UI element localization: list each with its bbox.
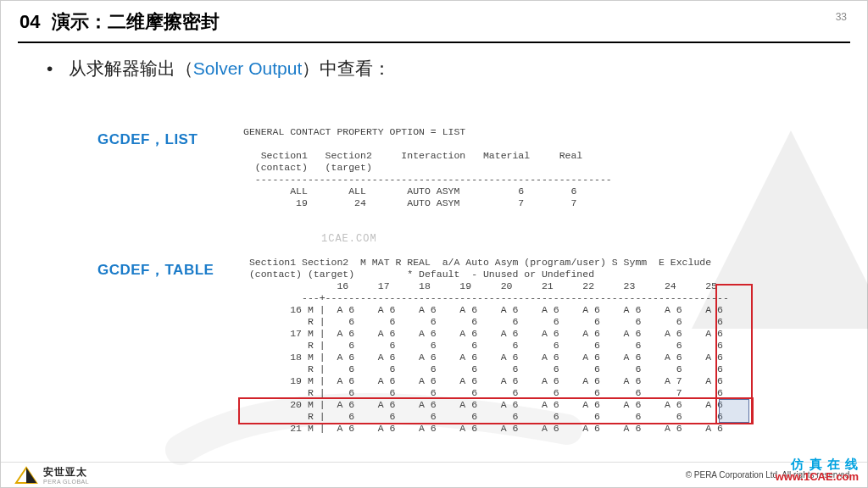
solver-output-table: Section1 Section2 M MAT R REAL a/A Auto …: [243, 257, 729, 435]
site-cn: 仿 真 在 线: [776, 457, 859, 471]
label-gcdef-table: GCDEF，TABLE: [97, 260, 214, 280]
bullet-dot: •: [47, 58, 64, 79]
page-number: 33: [836, 11, 847, 23]
brand-logo: 安世亚太 PERA GLOBAL: [14, 465, 89, 485]
brand-cn: 安世亚太: [43, 465, 89, 480]
triangle-logo-icon: [14, 466, 38, 485]
slide: 04 演示：二维摩擦密封 33 • 从求解器输出（Solver Output）中…: [0, 0, 868, 488]
footer: 安世亚太 PERA GLOBAL © PERA Corporation Ltd.…: [1, 462, 867, 487]
brand-text: 安世亚太 PERA GLOBAL: [43, 465, 89, 485]
brand-en: PERA GLOBAL: [43, 479, 89, 485]
watermark-text: 1CAE.COM: [321, 233, 377, 245]
section-number: 04: [19, 11, 40, 33]
label-gcdef-list: GCDEF，LIST: [97, 130, 198, 149]
bullet-solver-output: Solver Output: [193, 58, 302, 78]
header-divider: [18, 42, 850, 43]
bullet-prefix: 从求解器输出（: [69, 58, 193, 78]
site-url: www.1CAE.com: [776, 471, 859, 484]
solver-output-list: GENERAL CONTACT PROPERTY OPTION = LIST S…: [243, 126, 612, 209]
bullet-suffix: ）中查看：: [302, 58, 391, 78]
bullet-line: • 从求解器输出（Solver Output）中查看：: [1, 53, 867, 89]
site-watermark: 仿 真 在 线 www.1CAE.com: [776, 457, 859, 484]
section-title: 演示：二维摩擦密封: [52, 9, 220, 35]
header: 04 演示：二维摩擦密封: [1, 1, 867, 40]
